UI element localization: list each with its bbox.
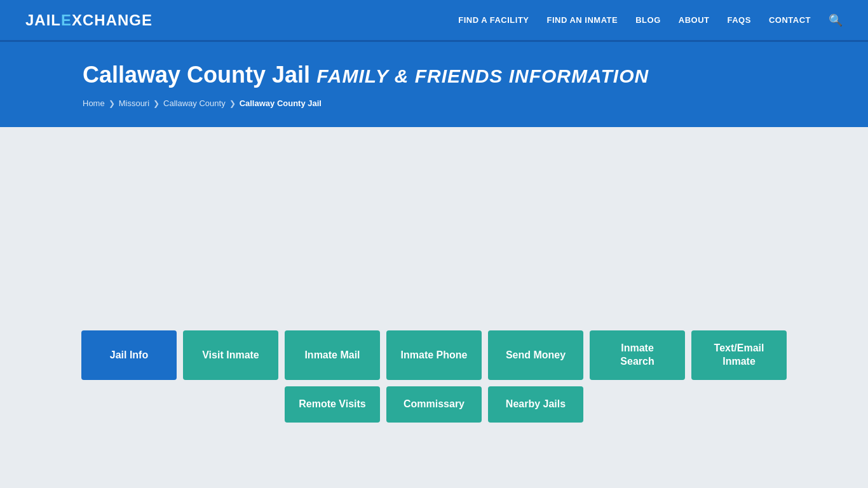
main-nav: FIND A FACILITY FIND AN INMATE BLOG ABOU… xyxy=(458,13,843,27)
tab-inmate-search[interactable]: Inmate Search xyxy=(590,330,685,380)
nav-about[interactable]: ABOUT xyxy=(679,15,710,25)
breadcrumb-current: Callaway County Jail xyxy=(240,98,322,108)
page-title: Callaway County Jail FAMILY & FRIENDS IN… xyxy=(83,61,785,88)
tab-jail-info[interactable]: Jail Info xyxy=(81,330,177,380)
hero-section: Callaway County Jail FAMILY & FRIENDS IN… xyxy=(0,42,868,127)
breadcrumb-state[interactable]: Missouri xyxy=(119,98,149,108)
tab-remote-visits[interactable]: Remote Visits xyxy=(285,386,380,423)
nav-find-facility[interactable]: FIND A FACILITY xyxy=(458,15,529,25)
page-title-sub: FAMILY & FRIENDS INFORMATION xyxy=(316,65,649,86)
nav-find-inmate[interactable]: FIND AN INMATE xyxy=(547,15,618,25)
nav-faqs[interactable]: FAQs xyxy=(728,15,751,25)
breadcrumb-sep-1: ❯ xyxy=(109,99,115,108)
page-title-main: Callaway County Jail xyxy=(83,62,310,88)
tab-commissary[interactable]: Commissary xyxy=(386,386,482,423)
tab-visit-inmate[interactable]: Visit Inmate xyxy=(183,330,278,380)
logo[interactable]: JAILEXCHANGE xyxy=(25,11,153,29)
tab-inmate-phone[interactable]: Inmate Phone xyxy=(386,330,482,380)
breadcrumb-sep-2: ❯ xyxy=(153,99,159,108)
main-content: Jail Info Visit Inmate Inmate Mail Inmat… xyxy=(0,127,868,460)
logo-jail: JAIL xyxy=(25,11,61,29)
tab-inmate-mail[interactable]: Inmate Mail xyxy=(285,330,380,380)
breadcrumb: Home ❯ Missouri ❯ Callaway County ❯ Call… xyxy=(83,98,785,108)
buttons-section: Jail Info Visit Inmate Inmate Mail Inmat… xyxy=(83,330,785,422)
tab-text-email-inmate[interactable]: Text/Email Inmate xyxy=(691,330,787,380)
nav-contact[interactable]: CONTACT xyxy=(769,15,811,25)
logo-x: E xyxy=(61,11,72,29)
header: JAILEXCHANGE FIND A FACILITY FIND AN INM… xyxy=(0,0,868,42)
nav-blog[interactable]: BLOG xyxy=(635,15,661,25)
logo-xchange: XCHANGE xyxy=(72,11,153,29)
tabs-row-2: Remote Visits Commissary Nearby Jails xyxy=(285,386,583,423)
search-icon[interactable]: 🔍 xyxy=(829,13,843,27)
breadcrumb-home[interactable]: Home xyxy=(83,98,105,108)
tabs-row-1: Jail Info Visit Inmate Inmate Mail Inmat… xyxy=(81,330,787,380)
breadcrumb-sep-3: ❯ xyxy=(229,99,236,108)
tab-send-money[interactable]: Send Money xyxy=(488,330,583,380)
tab-nearby-jails[interactable]: Nearby Jails xyxy=(488,386,583,423)
breadcrumb-county[interactable]: Callaway County xyxy=(163,98,226,108)
